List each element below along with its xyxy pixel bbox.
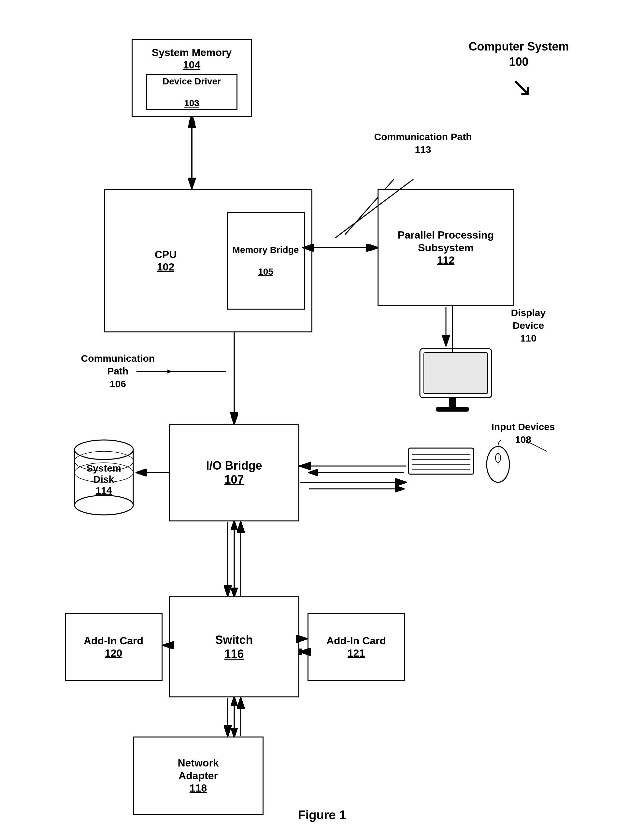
svg-marker-25 [526,440,529,443]
mouse-icon [482,440,515,486]
figure-caption: Figure 1 [298,808,346,822]
svg-rect-21 [424,353,487,394]
system-memory-box: System Memory 104 Device Driver 103 [132,39,252,117]
svg-point-35 [75,495,133,515]
svg-rect-23 [436,407,469,411]
diagram: Computer System 100 ↙ System Memory 104 … [62,19,583,795]
system-memory-label: System Memory 104 [152,46,232,71]
network-adapter-box: Network Adapter 118 [133,736,264,815]
comm-path-113-label: Communication Path 113 [374,130,472,156]
cpu-memory-bridge-outer-box: CPU 102 Memory Bridge 105 [104,189,312,333]
add-in-card-120-box: Add-In Card 120 [65,613,163,681]
display-device-label: Display Device 110 [511,306,546,344]
system-disk-cylinder: System Disk 114 [71,434,136,520]
device-driver-box: Device Driver 103 [146,74,238,110]
svg-point-34 [75,440,133,459]
cpu-label: CPU 102 [112,248,220,274]
switch-box: Switch 116 [169,596,299,698]
svg-rect-26 [409,448,474,474]
add-in-card-121-box: Add-In Card 121 [307,613,405,681]
svg-marker-19 [168,370,172,373]
monitor-icon [417,346,508,417]
computer-system-arrow: ↙ [511,72,533,102]
keyboard-icon [407,446,485,479]
memory-bridge-box: Memory Bridge 105 [227,212,305,310]
computer-system-label: Computer System 100 [469,39,569,70]
svg-rect-22 [449,398,456,407]
parallel-processing-box: Parallel Processing Subsystem 112 [377,189,515,306]
io-bridge-box: I/O Bridge 107 [169,424,299,522]
svg-line-24 [527,442,547,451]
